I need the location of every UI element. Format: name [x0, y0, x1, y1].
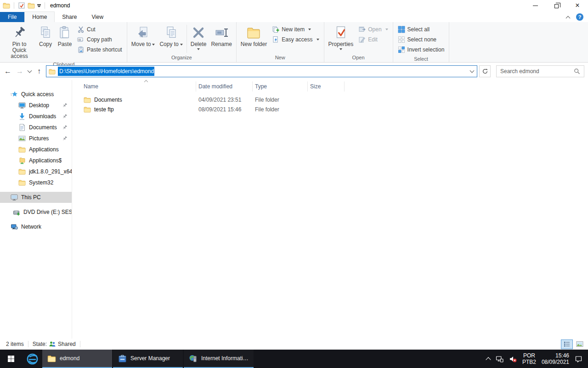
delete-button[interactable]: Delete	[188, 24, 209, 52]
clock[interactable]: 15:46 08/09/2021	[542, 352, 569, 365]
group-label-new: New	[237, 54, 324, 62]
address-bar[interactable]: D:\Shares\Users\Homefolders\edmond	[46, 65, 477, 77]
folder-icon	[84, 96, 91, 104]
tab-view[interactable]: View	[84, 12, 111, 22]
minimize-ribbon-icon[interactable]	[566, 16, 571, 20]
sidebar-item-pictures[interactable]: Pictures	[0, 133, 72, 144]
search-input[interactable]	[497, 68, 574, 75]
internet-explorer-icon	[26, 353, 39, 365]
restore-button[interactable]	[546, 0, 567, 11]
column-header-type[interactable]: Type	[253, 81, 308, 92]
copy-to-button[interactable]: Copy to	[157, 24, 185, 49]
file-row-teste-ftp[interactable]: teste ftp 08/09/2021 15:46 File folder	[81, 104, 588, 114]
cut-button[interactable]: Cut	[75, 24, 124, 34]
taskbar-app-server-manager[interactable]: Server Manager	[113, 350, 183, 368]
help-icon[interactable]: ?	[576, 13, 583, 21]
back-button[interactable]: ←	[2, 66, 14, 77]
sidebar-item-desktop[interactable]: Desktop	[0, 100, 72, 111]
folder-icon	[18, 168, 26, 175]
new-item-button[interactable]: New item	[270, 24, 321, 34]
sidebar-item-quick-access[interactable]: Quick access	[0, 89, 72, 100]
column-header-date-modified[interactable]: Date modified	[196, 81, 253, 92]
select-all-icon	[398, 26, 405, 33]
details-view-button[interactable]	[561, 339, 573, 349]
taskbar-app-iis[interactable]: Internet Informatio...	[184, 350, 254, 368]
pin-to-quick-access-button[interactable]: Pin to Quick access	[3, 24, 36, 61]
tab-share[interactable]: Share	[55, 12, 84, 22]
properties-button[interactable]: Properties	[326, 24, 356, 52]
separator	[28, 341, 28, 347]
tray-volume-muted-icon[interactable]	[509, 355, 517, 363]
recent-locations-button[interactable]	[26, 66, 33, 77]
select-all-button[interactable]: Select all	[396, 24, 447, 34]
group-label-open: Open	[324, 54, 393, 62]
system-tray: POR PTB2 15:46 08/09/2021	[486, 350, 588, 368]
tab-file[interactable]: File	[0, 12, 24, 22]
pin-icon	[62, 136, 68, 141]
edit-button: Edit	[356, 34, 390, 45]
start-button[interactable]	[0, 350, 22, 368]
state-label: State:	[33, 341, 47, 347]
pin-icon	[62, 114, 68, 119]
properties-icon	[334, 25, 348, 40]
select-none-button[interactable]: Select none	[396, 34, 447, 45]
column-header-size[interactable]: Size	[308, 81, 345, 92]
restore-icon	[554, 4, 559, 8]
rename-button[interactable]: Rename	[209, 24, 234, 49]
invert-selection-button[interactable]: Invert selection	[396, 45, 447, 55]
copy-button[interactable]: Copy	[36, 24, 55, 49]
paste-button[interactable]: Paste	[55, 24, 74, 49]
dvd-drive-icon	[13, 208, 20, 216]
sidebar-item-system32[interactable]: System32	[0, 177, 72, 188]
customize-qat-icon[interactable]	[37, 6, 41, 7]
column-header-name[interactable]: Name	[81, 81, 196, 92]
invert-selection-icon	[398, 46, 405, 53]
new-folder-qat-icon[interactable]	[28, 2, 35, 9]
new-folder-button[interactable]: New folder	[238, 24, 269, 49]
language-indicator[interactable]: POR PTB2	[522, 352, 536, 365]
show-hidden-icons-icon[interactable]	[486, 357, 491, 362]
thumbnails-view-button[interactable]	[574, 339, 586, 349]
ribbon: Pin to Quick access Copy Paste Cut	[0, 22, 588, 63]
action-center-icon[interactable]	[575, 355, 582, 363]
taskbar-app-edmond[interactable]: edmond	[42, 350, 112, 368]
close-button[interactable]: ×	[567, 0, 588, 11]
search-box[interactable]	[496, 65, 584, 77]
sidebar-item-this-pc[interactable]: This PC	[0, 192, 72, 203]
copy-path-button[interactable]: Copy path	[75, 34, 124, 45]
address-text-selected[interactable]: D:\Shares\Users\Homefolders\edmond	[58, 67, 154, 76]
internet-explorer-button[interactable]	[22, 350, 42, 368]
sidebar-item-jdk[interactable]: jdk1.8.0_291_x64	[0, 166, 72, 177]
navigation-pane: Quick access Desktop Downloads Documents…	[0, 80, 72, 339]
title-bar: edmond ×	[0, 0, 588, 11]
easy-access-button[interactable]: Easy access	[270, 34, 321, 45]
window-title: edmond	[50, 2, 70, 9]
sidebar-item-downloads[interactable]: Downloads	[0, 111, 72, 122]
sidebar-item-network[interactable]: Network	[0, 221, 72, 232]
open-icon	[358, 26, 366, 33]
windows-logo-icon	[7, 355, 15, 362]
minimize-button[interactable]	[525, 0, 546, 11]
tab-home[interactable]: Home	[24, 12, 55, 22]
sidebar-item-applications-share[interactable]: Applications$	[0, 155, 72, 166]
copy-path-icon	[77, 36, 85, 43]
address-dropdown-button[interactable]	[467, 69, 477, 74]
move-to-button[interactable]: Move to	[129, 24, 158, 49]
refresh-button[interactable]	[479, 65, 491, 77]
sidebar-item-applications[interactable]: Applications	[0, 144, 72, 155]
sidebar-item-dvd-drive[interactable]: DVD Drive (E:) SESS_X	[0, 207, 72, 218]
column-headers: Name Date modified Type Size	[81, 81, 588, 92]
ribbon-group-select: Select all Select none Invert selection …	[393, 22, 450, 62]
folder-icon	[18, 146, 26, 153]
up-button[interactable]: ↑	[33, 66, 45, 77]
properties-qat-icon[interactable]	[18, 2, 25, 9]
tray-network-icon[interactable]	[496, 355, 503, 363]
sidebar-item-documents[interactable]: Documents	[0, 122, 72, 133]
downloads-icon	[18, 113, 26, 120]
items-count: 2 items	[6, 341, 24, 347]
caption-buttons: ×	[525, 0, 588, 11]
file-row-documents[interactable]: Documents 04/09/2021 23:51 File folder	[81, 95, 588, 104]
quick-access-toolbar	[3, 2, 46, 9]
ribbon-group-open: Properties Open Edit Open	[324, 22, 393, 62]
paste-shortcut-button[interactable]: Paste shortcut	[75, 45, 124, 55]
